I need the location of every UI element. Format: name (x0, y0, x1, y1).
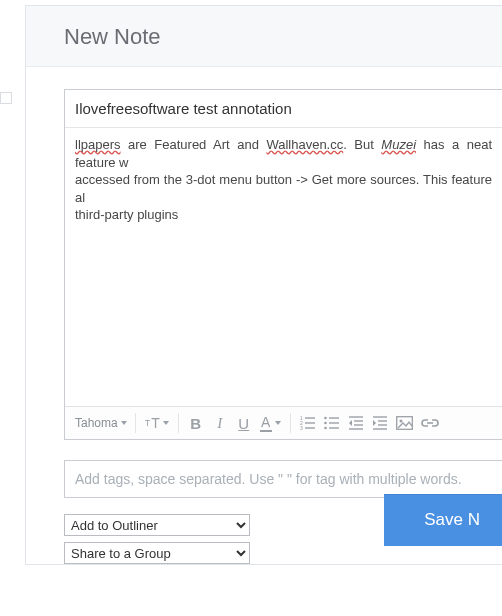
text-color-button[interactable]: A (257, 412, 284, 434)
body-text: third-party plugins (75, 207, 178, 222)
stray-checkbox[interactable] (0, 92, 12, 104)
font-family-label: Tahoma (75, 416, 118, 430)
separator (178, 413, 179, 433)
new-note-panel: New Note llpapers are Featured Art and W… (25, 5, 502, 565)
svg-text:3: 3 (300, 425, 303, 430)
body-text: Muzei (381, 137, 416, 152)
body-text: Wallhaven.cc (266, 137, 343, 152)
separator (135, 413, 136, 433)
outdent-button[interactable] (345, 412, 367, 434)
svg-marker-21 (373, 420, 376, 426)
caret-down-icon (121, 421, 127, 425)
body-text: accessed from the 3-dot menu button -> G… (75, 172, 492, 205)
panel-header: New Note (26, 6, 502, 67)
link-button[interactable] (418, 412, 442, 434)
svg-point-11 (324, 427, 327, 430)
svg-point-9 (324, 417, 327, 420)
svg-marker-16 (349, 420, 352, 426)
body-text: llpapers (75, 137, 121, 152)
note-title-input[interactable] (65, 90, 502, 128)
page-title: New Note (64, 24, 472, 50)
image-button[interactable] (393, 412, 416, 434)
tags-input[interactable] (64, 460, 502, 498)
bold-button[interactable]: B (185, 412, 207, 434)
body-text: . But (343, 137, 381, 152)
separator (290, 413, 291, 433)
italic-button[interactable]: I (209, 412, 231, 434)
caret-down-icon (163, 421, 169, 425)
editor-toolbar: Tahoma TT B I U A (65, 406, 502, 439)
underline-button[interactable]: U (233, 412, 255, 434)
font-size-button[interactable]: TT (142, 412, 172, 434)
indent-button[interactable] (369, 412, 391, 434)
font-family-select[interactable]: Tahoma (71, 416, 129, 430)
svg-point-23 (399, 420, 402, 423)
add-to-outliner-select[interactable]: Add to Outliner (64, 514, 250, 536)
caret-down-icon (275, 421, 281, 425)
share-to-group-select[interactable]: Share to a Group (64, 542, 250, 564)
unordered-list-button[interactable] (321, 412, 343, 434)
save-button[interactable]: Save N (384, 494, 502, 546)
body-text: are Featured Art and (121, 137, 267, 152)
panel-body: llpapers are Featured Art and Wallhaven.… (26, 67, 502, 564)
note-editor-wrap: llpapers are Featured Art and Wallhaven.… (64, 89, 502, 440)
svg-point-10 (324, 422, 327, 425)
note-body-editor[interactable]: llpapers are Featured Art and Wallhaven.… (65, 128, 502, 406)
ordered-list-button[interactable]: 123 (297, 412, 319, 434)
